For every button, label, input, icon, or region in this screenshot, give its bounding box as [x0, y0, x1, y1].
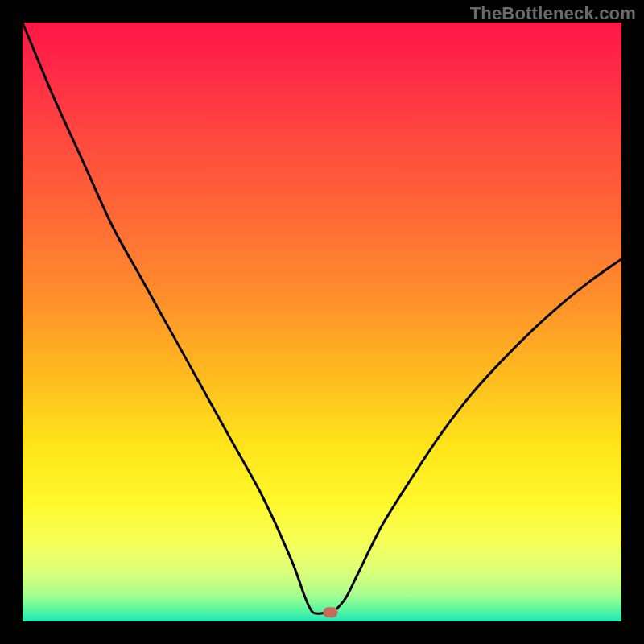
- results-marker: [323, 607, 337, 617]
- bottleneck-chart: [0, 0, 644, 644]
- plot-background: [23, 23, 621, 621]
- watermark-text: TheBottleneck.com: [470, 3, 636, 24]
- chart-container: TheBottleneck.com: [0, 0, 644, 644]
